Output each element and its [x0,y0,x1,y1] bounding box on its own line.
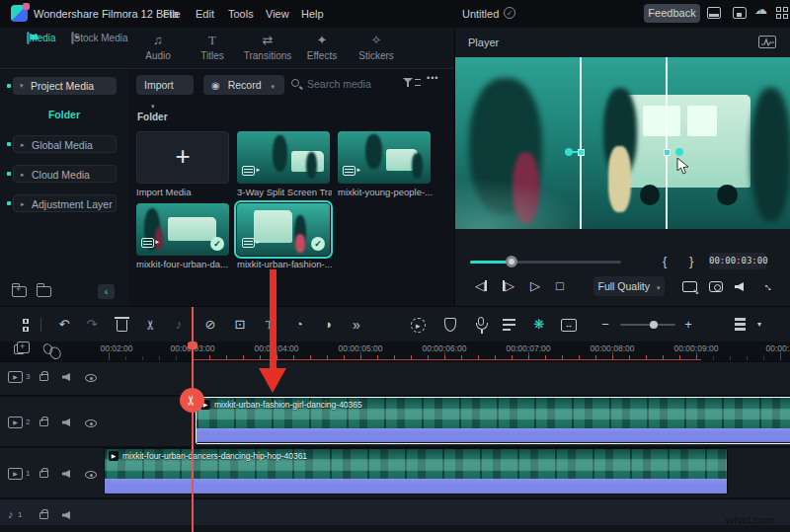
tab-stickers[interactable]: ✧ Stickers [358,33,394,61]
search-field[interactable] [291,78,410,93]
snap-link-icon[interactable] [41,342,54,356]
split-handle-dot[interactable] [675,148,683,156]
sidebar-item-project-media[interactable]: ▾ Project Media [13,77,117,95]
media-item-urban-fashion-selected[interactable]: ✓ [237,203,330,256]
workspace-grid-icon[interactable] [776,7,789,20]
split-line-left[interactable] [580,57,582,229]
clip-urban-fashion[interactable]: ▶ mixkit-urban-fashion-girl-dancing-4036… [196,397,790,444]
menu-tools[interactable]: Tools [228,8,254,20]
playhead-handle[interactable] [188,342,198,349]
manage-tracks-icon[interactable] [14,344,25,354]
lock-icon[interactable] [40,512,48,519]
mask-icon[interactable] [444,318,456,332]
zoom-slider-knob[interactable] [650,321,658,329]
more-options-icon[interactable]: ••• [427,73,438,83]
redo-icon[interactable]: ↷ [83,316,101,334]
split-line-right[interactable] [666,57,668,229]
sidebar-item-global-media[interactable]: ▸ Global Media [13,135,117,153]
tab-transitions[interactable]: ⇄ Transitions [244,33,292,61]
new-folder-icon[interactable] [12,286,27,297]
audio-detach-icon[interactable]: ♪ [170,316,188,334]
split-handle-square[interactable] [578,149,585,156]
menu-help[interactable]: Help [301,8,324,20]
sequence-icon[interactable] [503,319,515,331]
save-icon[interactable] [733,7,747,19]
tab-audio[interactable]: ♫ Audio [145,33,171,61]
delete-icon[interactable] [117,320,127,332]
undo-icon[interactable]: ↶ [55,316,73,334]
mute-icon[interactable] [62,470,70,478]
import-dropdown[interactable]: Import ▾ [136,75,194,95]
import-media-tile[interactable]: + [136,131,229,184]
tab-effects[interactable]: ✦ Effects [307,33,337,61]
split-scissors-icon[interactable]: ✂ [142,316,160,334]
more-tools-icon[interactable]: » [348,316,365,334]
tab-titles[interactable]: T Titles [200,33,224,61]
track-height-caret-icon[interactable]: ▾ [750,316,768,334]
folder-icon[interactable] [37,286,51,297]
voiceover-mic-icon[interactable] [478,317,484,326]
previous-frame-button[interactable]: ◁ [475,278,487,293]
zoom-out-icon[interactable]: − [596,316,614,334]
split-handle-square[interactable] [664,149,671,156]
speed-icon[interactable]: ◔ [290,316,308,334]
visibility-icon[interactable] [85,374,97,382]
fullscreen-icon[interactable]: ↔ [760,277,778,295]
scrubber-knob[interactable] [506,256,517,267]
media-item-four-urban[interactable]: ✓ [136,203,229,256]
feedback-button[interactable]: Feedback [644,4,700,23]
play-button[interactable]: ▷ [530,278,540,293]
color-correction-icon[interactable]: ◑ [319,316,337,334]
sidebar-item-adjustment-layer[interactable]: ▸ Adjustment Layer [13,194,117,212]
volume-icon[interactable] [735,282,744,291]
sidebar-item-folder[interactable]: Folder [0,109,128,120]
mute-icon[interactable] [62,418,70,426]
toolbar-layout-icon[interactable] [16,319,29,332]
media-item-3way-split[interactable] [237,131,330,184]
unlink-icon[interactable]: ⊘ [201,316,219,334]
visibility-icon[interactable] [85,419,97,427]
ruler-label: 00:00:09:00 [674,343,719,353]
audio-track-lane[interactable] [0,499,790,525]
filter-lines-icon[interactable] [415,79,421,86]
visibility-icon[interactable] [85,471,97,479]
lock-icon[interactable] [40,419,48,426]
layout-panel-icon[interactable] [707,7,721,19]
media-item-young-people[interactable] [338,131,431,184]
mute-icon[interactable] [62,373,70,381]
tab-media[interactable]: Media [27,33,55,43]
timeline-zoom-slider[interactable] [620,324,675,326]
zoom-in-icon[interactable]: + [679,316,697,334]
next-frame-button[interactable]: ▷ [503,278,514,293]
export-cloud-icon[interactable]: ☁↑ [754,4,768,16]
lock-icon[interactable] [40,471,48,478]
player-scrubber[interactable] [470,261,621,264]
mirror-display-icon[interactable] [682,281,697,292]
mark-out-icon[interactable]: } [689,254,693,268]
snapshot-icon[interactable] [709,281,723,292]
stop-button[interactable]: □ [556,278,564,293]
menu-edit[interactable]: Edit [196,8,214,20]
menu-view[interactable]: View [266,8,289,20]
sidebar-item-cloud-media[interactable]: ▸ Cloud Media [13,165,117,183]
track-height-icon[interactable] [735,318,746,331]
lock-icon[interactable] [40,374,48,381]
crop-icon[interactable]: ⊡ [231,316,249,334]
tab-stock-media[interactable]: Stock Media [71,33,127,43]
caret-down-icon: ▾ [151,103,155,110]
video-preview[interactable] [455,57,790,229]
mark-in-icon[interactable]: { [663,254,667,268]
clip-four-urban-dancers[interactable]: ▶ mixkit-four-urban-dancers-dancing-hip-… [104,448,728,494]
record-dropdown[interactable]: ◉ Record ▾ [203,75,284,95]
collapse-sidebar-button[interactable]: ‹ [98,284,115,299]
search-input[interactable] [307,78,406,90]
menu-file[interactable]: File [163,8,181,20]
split-scissors-badge[interactable]: ✂ [180,388,204,413]
auto-ripple-icon[interactable]: ❋ [530,316,548,334]
render-preview-icon[interactable] [411,318,426,333]
zoom-to-fit-icon[interactable]: ↔ [561,319,577,332]
scopes-icon[interactable] [758,36,776,48]
quality-dropdown[interactable]: Full Quality ▾ [593,276,665,296]
timeline-ruler[interactable]: 00:02:00 00:00:03:00 00:00:04:00 00:00:0… [99,342,790,360]
mute-icon[interactable] [62,511,70,519]
